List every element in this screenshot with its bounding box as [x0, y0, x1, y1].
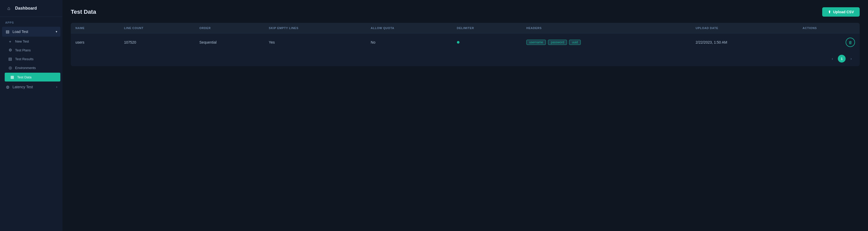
upload-csv-button[interactable]: ⬆ Upload CSV	[822, 7, 860, 16]
sidebar-item-new-test[interactable]: + New Test	[3, 37, 62, 46]
load-test-label: Load Test	[12, 30, 28, 34]
table-header-row: NAME LINE COUNT ORDER SKIP EMPTY LINES A…	[71, 23, 860, 34]
home-icon: ⌂	[5, 5, 12, 12]
header-badge-uuid: uuid	[569, 40, 581, 45]
col-headers: HEADERS	[522, 23, 691, 34]
latency-test-label: Latency Test	[12, 85, 33, 89]
table-header: NAME LINE COUNT ORDER SKIP EMPTY LINES A…	[71, 23, 860, 34]
sidebar-item-test-data[interactable]: ▦ Test Data	[5, 73, 60, 81]
cell-upload-date: 2/22/2023, 1:50 AM	[691, 34, 798, 51]
actions-cell: 🗑	[803, 38, 855, 47]
prev-page-button[interactable]: ‹	[829, 55, 836, 63]
sidebar-item-test-plans[interactable]: ⚙ Test Plans	[3, 46, 62, 54]
cell-headers: username password uuid	[522, 34, 691, 51]
new-test-label: New Test	[15, 39, 29, 43]
col-allow-quota: ALLOW QUOTA	[366, 23, 452, 34]
test-data-table-container: NAME LINE COUNT ORDER SKIP EMPTY LINES A…	[71, 23, 860, 66]
col-order: ORDER	[195, 23, 264, 34]
col-line-count: LINE COUNT	[119, 23, 195, 34]
upload-csv-label: Upload CSV	[833, 10, 854, 14]
header-badge-username: username	[526, 40, 546, 45]
chart-icon: ▤	[8, 56, 12, 61]
test-data-table: NAME LINE COUNT ORDER SKIP EMPTY LINES A…	[71, 23, 860, 51]
dashboard-label: Dashboard	[15, 6, 37, 11]
sidebar-item-load-test[interactable]: ▤ Load Test ▾	[2, 27, 60, 37]
pagination: ‹ 1 ›	[71, 51, 860, 66]
sidebar-item-latency-test[interactable]: ◍ Latency Test ›	[0, 82, 62, 92]
chevron-down-icon: ▾	[56, 30, 57, 34]
cell-actions: 🗑	[798, 34, 860, 51]
col-name: NAME	[71, 23, 119, 34]
chevron-right-icon: ›	[56, 85, 57, 89]
test-plans-label: Test Plans	[15, 48, 31, 52]
upload-icon: ⬆	[828, 10, 831, 14]
prev-icon: ‹	[832, 56, 833, 61]
cell-name: users	[71, 34, 119, 51]
load-test-submenu: + New Test ⚙ Test Plans ▤ Test Results ◎…	[0, 37, 62, 82]
environment-icon: ◎	[8, 66, 12, 70]
table-row: users 107520 Sequential Yes No	[71, 34, 860, 51]
cell-delimiter	[452, 34, 522, 51]
sidebar-dashboard-item[interactable]: ⌂ Dashboard	[0, 0, 62, 17]
sidebar-item-test-results[interactable]: ▤ Test Results	[3, 54, 62, 63]
trash-icon: 🗑	[848, 40, 852, 45]
database-icon: ▦	[10, 75, 14, 79]
next-icon: ›	[850, 56, 852, 61]
table-body: users 107520 Sequential Yes No	[71, 34, 860, 51]
sidebar: ⌂ Dashboard APPS ▤ Load Test ▾ + New Tes…	[0, 0, 62, 231]
col-upload-date: UPLOAD DATE	[691, 23, 798, 34]
page-header: Test Data ⬆ Upload CSV	[71, 7, 860, 16]
sidebar-item-environments[interactable]: ◎ Environments	[3, 63, 62, 72]
bar-chart-icon: ▤	[5, 29, 10, 34]
environments-label: Environments	[15, 66, 36, 70]
cell-skip-empty-lines: Yes	[264, 34, 366, 51]
delete-button[interactable]: 🗑	[846, 38, 855, 47]
col-delimiter: DELIMITER	[452, 23, 522, 34]
plus-icon: +	[8, 39, 12, 44]
test-results-label: Test Results	[15, 57, 34, 61]
current-page-number: 1	[838, 55, 846, 63]
apps-section-label: APPS	[0, 17, 62, 26]
test-data-label: Test Data	[17, 75, 31, 79]
page-title: Test Data	[71, 8, 96, 15]
next-page-button[interactable]: ›	[847, 55, 855, 63]
gear-icon: ⚙	[8, 48, 12, 52]
col-actions: ACTIONS	[798, 23, 860, 34]
cell-line-count: 107520	[119, 34, 195, 51]
globe-icon: ◍	[5, 85, 10, 89]
cell-order: Sequential	[195, 34, 264, 51]
delimiter-indicator	[457, 41, 460, 44]
header-badge-password: password	[548, 40, 567, 45]
main-content: Test Data ⬆ Upload CSV NAME LINE COUNT O…	[62, 0, 868, 231]
cell-allow-quota: No	[366, 34, 452, 51]
col-skip-empty-lines: SKIP EMPTY LINES	[264, 23, 366, 34]
